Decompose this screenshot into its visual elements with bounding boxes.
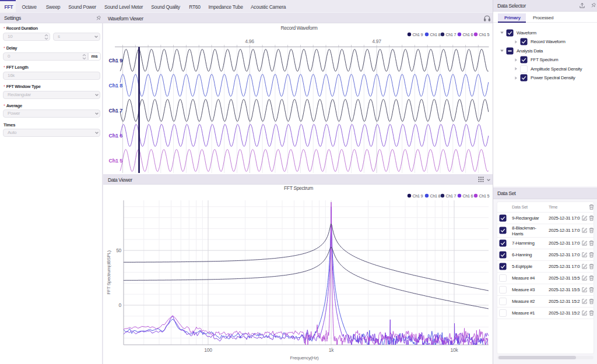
svg-text:FFT Spectrum: FFT Spectrum: [284, 185, 313, 191]
svg-text:Ch1 6: Ch1 6: [463, 32, 473, 37]
svg-text:Ch1 9: Ch1 9: [413, 32, 423, 37]
svg-text:Ch1 8: Ch1 8: [108, 83, 122, 89]
svg-text:Ch1 5: Ch1 5: [479, 32, 490, 37]
svg-text:Ch1 7: Ch1 7: [446, 32, 456, 37]
svg-text:Record Waveform: Record Waveform: [281, 25, 318, 31]
svg-text:50: 50: [116, 248, 121, 253]
svg-text:0: 0: [119, 302, 122, 308]
svg-text:Frequency(Hz): Frequency(Hz): [290, 355, 319, 361]
svg-text:Ch1 7: Ch1 7: [446, 193, 456, 199]
svg-text:Ch1 5: Ch1 5: [108, 158, 122, 164]
svg-text:10k: 10k: [451, 347, 459, 353]
svg-text:Ch1 5: Ch1 5: [479, 193, 490, 199]
svg-text:FFT Spectrum(dBSPL): FFT Spectrum(dBSPL): [106, 250, 111, 295]
svg-text:1k: 1k: [329, 347, 334, 353]
svg-text:4.96: 4.96: [245, 38, 254, 44]
svg-text:100: 100: [204, 347, 212, 353]
svg-text:Ch1 8: Ch1 8: [430, 193, 441, 199]
svg-text:Ch1 7: Ch1 7: [108, 108, 122, 114]
svg-text:Ch1 6: Ch1 6: [108, 133, 122, 139]
svg-text:Ch1 9: Ch1 9: [413, 193, 423, 199]
svg-text:Ch1 9: Ch1 9: [108, 58, 122, 63]
svg-text:Ch1 6: Ch1 6: [463, 193, 473, 199]
svg-text:4.97: 4.97: [372, 38, 381, 44]
svg-text:Ch1 8: Ch1 8: [430, 32, 441, 37]
